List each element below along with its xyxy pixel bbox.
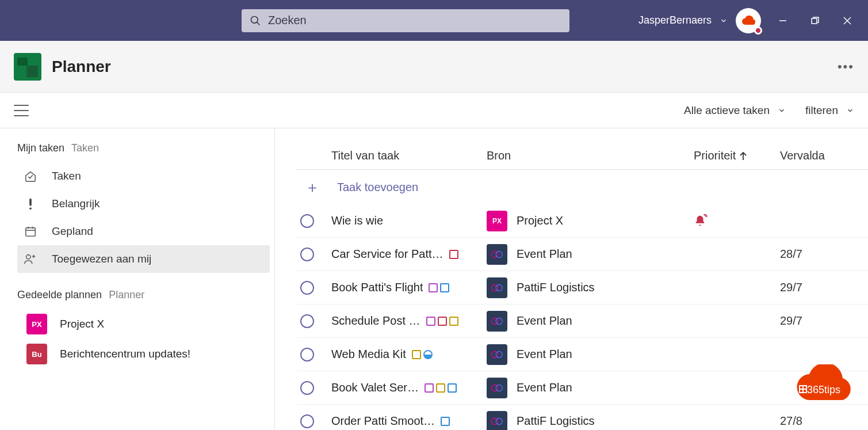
source-badge (487, 244, 507, 265)
plan-badge: PX (26, 314, 47, 334)
plus-icon: ＋ (305, 177, 320, 197)
plan-label: Berichtencentrum updates! (60, 348, 190, 360)
source-label: Project X (517, 214, 563, 227)
minimize-button[interactable] (773, 10, 793, 31)
task-source: PattiF Logistics (487, 277, 694, 298)
shared-plans-header: Gedeelde plannen Planner (17, 289, 270, 301)
source-badge (487, 378, 507, 398)
svg-point-25 (496, 385, 502, 391)
task-complete-radio[interactable] (300, 314, 314, 328)
source-label: Event Plan (517, 348, 572, 361)
task-row[interactable]: Book Patti's Flight PattiF Logistics 29/… (297, 271, 868, 305)
sidebar-item-planned[interactable]: Gepland (17, 218, 270, 245)
svg-rect-3 (812, 18, 817, 24)
column-headers: Titel van taak Bron Prioriteit Vervalda (297, 128, 868, 170)
view-filter-label: Alle actieve taken (684, 104, 770, 117)
task-source: Event Plan (487, 344, 694, 365)
source-badge (487, 311, 507, 332)
add-task-label: Taak toevoegen (337, 181, 418, 194)
category-tag (449, 250, 458, 259)
task-complete-radio[interactable] (300, 381, 314, 395)
task-complete-radio[interactable] (300, 214, 314, 228)
task-source: Event Plan (487, 378, 694, 398)
title-bar: Zoeken JasperBernaers (0, 0, 868, 41)
task-row[interactable]: Wie is wie PX Project X (297, 204, 868, 238)
app-title: Planner (52, 58, 111, 76)
sidebar-item-label: Taken (52, 170, 81, 182)
planner-app-icon (14, 53, 41, 81)
svg-line-1 (257, 22, 260, 25)
home-icon (23, 170, 38, 182)
plan-label: Project X (60, 318, 104, 330)
source-label: PattiF Logistics (517, 281, 595, 294)
task-row[interactable]: Car Service for Patt… Event Plan 28/7 (297, 238, 868, 271)
task-complete-radio[interactable] (300, 414, 314, 428)
sort-ascending-icon (739, 151, 747, 161)
task-row[interactable]: Book Valet Ser… Event Plan (297, 371, 868, 405)
task-title: Order Patti Smoot… (331, 414, 435, 428)
hamburger-menu-button[interactable] (14, 105, 29, 116)
task-due: 29/7 (780, 281, 868, 294)
task-complete-radio[interactable] (300, 281, 314, 295)
column-title[interactable]: Titel van taak (331, 149, 487, 162)
column-source[interactable]: Bron (487, 149, 694, 162)
view-filter-dropdown[interactable]: Alle actieve taken (684, 104, 786, 117)
svg-point-23 (496, 351, 502, 357)
task-title: Book Patti's Flight (331, 281, 423, 294)
task-complete-radio[interactable] (300, 248, 314, 261)
svg-point-12 (26, 255, 30, 259)
task-title: Wie is wie (331, 214, 383, 227)
source-badge (487, 344, 507, 365)
category-tag (449, 317, 458, 326)
more-options-button[interactable]: ••• (838, 59, 854, 74)
my-tasks-sublabel: Taken (71, 142, 99, 154)
source-badge: PX (487, 211, 507, 231)
source-label: Event Plan (517, 381, 572, 394)
svg-point-27 (496, 418, 502, 424)
task-source: PattiF Logistics (487, 411, 694, 431)
important-icon (23, 197, 38, 210)
sidebar-item-tasks[interactable]: Taken (17, 162, 270, 190)
task-row[interactable]: Schedule Post … Event Plan 29/7 (297, 305, 868, 338)
category-tag (438, 317, 447, 326)
column-priority[interactable]: Prioriteit (694, 149, 780, 162)
sidebar-item-important[interactable]: Belangrijk (17, 190, 270, 218)
sidebar-item-label: Belangrijk (52, 197, 100, 210)
filter-dropdown[interactable]: filteren (805, 104, 854, 117)
category-tag (441, 417, 450, 426)
svg-rect-6 (29, 199, 32, 206)
source-badge (487, 277, 507, 298)
task-list: Titel van taak Bron Prioriteit Vervalda … (275, 128, 868, 430)
filter-label: filteren (805, 104, 838, 117)
add-task-button[interactable]: ＋ Taak toevoegen (297, 170, 868, 204)
task-title: Car Service for Patt… (331, 248, 443, 261)
category-tag (425, 383, 434, 393)
column-due[interactable]: Vervalda (780, 149, 868, 162)
plan-item[interactable]: PX Project X (17, 309, 270, 339)
task-complete-radio[interactable] (300, 348, 314, 361)
task-row[interactable]: Web Media Kit Event Plan (297, 338, 868, 371)
task-title: Web Media Kit (331, 348, 406, 361)
my-tasks-header: Mijn taken Taken (17, 142, 270, 154)
user-name: JasperBernaers (638, 14, 712, 26)
close-button[interactable] (837, 10, 858, 31)
cloud-icon (740, 14, 757, 27)
my-tasks-label: Mijn taken (17, 142, 64, 154)
plan-item[interactable]: Bu Berichtencentrum updates! (17, 339, 270, 369)
task-source: Event Plan (487, 311, 694, 332)
app-header: Planner ••• (0, 41, 868, 93)
user-menu[interactable]: JasperBernaers (638, 8, 761, 33)
calendar-icon (23, 225, 38, 238)
maximize-button[interactable] (805, 10, 825, 31)
progress-icon (423, 350, 433, 359)
search-box[interactable]: Zoeken (242, 9, 569, 32)
avatar[interactable] (736, 8, 761, 33)
sidebar-item-assigned[interactable]: Toegewezen aan mij (17, 245, 270, 273)
chevron-down-icon (846, 106, 854, 115)
svg-rect-8 (26, 228, 36, 237)
task-title: Book Valet Ser… (331, 381, 419, 394)
task-row[interactable]: Order Patti Smoot… PattiF Logistics 27/8 (297, 405, 868, 430)
source-badge (487, 411, 507, 431)
search-icon (250, 15, 261, 26)
category-tag (436, 383, 445, 393)
